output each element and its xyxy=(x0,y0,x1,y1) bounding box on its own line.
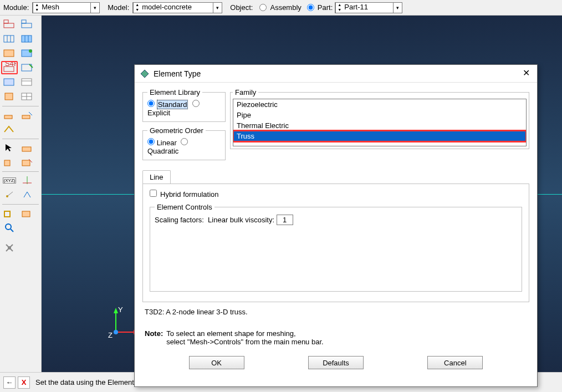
svg-line-33 xyxy=(7,192,13,196)
element-type-icon[interactable]: S4R xyxy=(1,61,18,74)
orphan-mesh-icon[interactable] xyxy=(1,90,18,103)
svg-rect-26 xyxy=(22,147,31,151)
svg-rect-27 xyxy=(4,160,10,166)
svg-rect-19 xyxy=(5,93,13,100)
seed-edges-icon[interactable] xyxy=(19,18,35,31)
part-combo[interactable]: ▲▼ Part-11 ▾ xyxy=(335,2,402,13)
datum-point-icon[interactable] xyxy=(1,188,18,201)
datum-axis-icon[interactable] xyxy=(19,174,35,187)
svg-text:Z: Z xyxy=(108,331,113,339)
close-button[interactable]: ✕ xyxy=(520,68,532,79)
svg-rect-7 xyxy=(22,35,32,42)
hybrid-checkbox[interactable]: Hybrid formulation xyxy=(150,190,219,198)
family-item-truss[interactable]: Truss xyxy=(233,131,526,141)
element-library-group: Element Library Standard Explicit xyxy=(142,88,226,122)
dialog-icon xyxy=(140,69,149,78)
family-item-thermal-electric[interactable]: Thermal Electric xyxy=(233,120,526,131)
svg-rect-28 xyxy=(22,160,30,166)
cancel-procedure-button[interactable]: X xyxy=(18,376,30,389)
cancel-button[interactable]: Cancel xyxy=(427,356,483,369)
edit-node-icon[interactable] xyxy=(19,108,35,121)
assembly-radio[interactable] xyxy=(259,4,267,11)
svg-rect-0 xyxy=(4,23,14,28)
mesh-part-icon[interactable] xyxy=(1,32,18,45)
defaults-button[interactable]: Defaults xyxy=(308,356,364,369)
family-group: Family Piezoelectric Pipe Thermal Electr… xyxy=(230,88,529,149)
select-icon[interactable] xyxy=(1,141,18,154)
assembly-label: Assembly xyxy=(270,3,301,12)
svg-line-25 xyxy=(29,112,32,115)
verify-mesh-icon[interactable] xyxy=(1,75,18,89)
part-label: Part: xyxy=(318,3,333,12)
family-list[interactable]: Piezoelectric Pipe Thermal Electric Trus… xyxy=(233,99,527,146)
module-combo[interactable]: ▲▼ Mesh ▾ xyxy=(32,2,100,13)
partition-icon[interactable] xyxy=(19,141,35,154)
svg-point-45 xyxy=(114,330,118,334)
note-line2: select "Mesh->Controls" from the main me… xyxy=(166,338,323,346)
svg-rect-16 xyxy=(4,79,14,85)
mesh-controls-icon[interactable] xyxy=(19,61,35,74)
note-line1: To select an element shape for meshing, xyxy=(166,329,323,338)
split-icon[interactable] xyxy=(19,155,35,169)
model-label: Model: xyxy=(108,3,129,12)
svg-line-37 xyxy=(11,229,13,232)
svg-rect-17 xyxy=(22,79,32,85)
note-label: Note: xyxy=(145,329,163,346)
linear-option[interactable]: Linear xyxy=(147,139,177,147)
element-library-legend: Element Library xyxy=(147,88,202,96)
svg-rect-3 xyxy=(22,20,26,23)
svg-marker-40 xyxy=(114,308,118,313)
family-item-piezoelectric[interactable]: Piezoelectric xyxy=(233,99,526,110)
svg-rect-24 xyxy=(22,115,30,119)
svg-point-38 xyxy=(8,246,11,250)
svg-rect-1 xyxy=(4,20,8,23)
virtual-topo-icon[interactable] xyxy=(1,206,18,220)
object-label: Object: xyxy=(230,3,253,12)
svg-rect-10 xyxy=(4,50,14,57)
element-type-dialog: Element Type ✕ Element Library Standard … xyxy=(134,64,538,387)
tab-line[interactable]: Line xyxy=(142,170,171,184)
context-bar: Module: ▲▼ Mesh ▾ Model: ▲▼ model-concre… xyxy=(0,0,562,16)
svg-point-12 xyxy=(29,49,32,53)
element-controls-legend: Element Controls xyxy=(155,203,214,211)
settings-icon[interactable] xyxy=(1,241,18,254)
element-description: T3D2: A 2-node linear 3-D truss. xyxy=(145,308,527,316)
table-icon[interactable] xyxy=(19,90,35,103)
svg-marker-47 xyxy=(141,70,149,78)
dialog-titlebar[interactable]: Element Type ✕ xyxy=(135,65,537,83)
remesh-icon[interactable] xyxy=(19,47,35,60)
geom-edit-icon[interactable] xyxy=(19,206,35,220)
tab-content: Hybrid formulation Element Controls Scal… xyxy=(142,184,529,302)
create-element-icon[interactable] xyxy=(1,123,18,136)
svg-rect-4 xyxy=(4,35,14,42)
mesh-stats-icon[interactable] xyxy=(19,75,35,89)
element-controls-group: Element Controls Scaling factors: Linear… xyxy=(150,203,522,292)
geometric-order-group: Geometric Order Linear Quadratic xyxy=(142,126,226,160)
svg-rect-2 xyxy=(22,23,32,28)
svg-rect-35 xyxy=(22,211,30,217)
note-block: Note: To select an element shape for mes… xyxy=(145,329,527,346)
svg-point-36 xyxy=(6,224,11,230)
model-combo[interactable]: ▲▼ model-concrete ▾ xyxy=(132,2,222,13)
part-radio[interactable] xyxy=(307,4,314,11)
svg-rect-23 xyxy=(4,115,12,119)
svg-text:Y: Y xyxy=(118,306,123,314)
scaling-label: Scaling factors: xyxy=(155,216,204,224)
dialog-title: Element Type xyxy=(154,69,520,78)
viscosity-label: Linear bulk viscosity: xyxy=(208,216,274,224)
query-icon[interactable] xyxy=(1,221,18,234)
viscosity-input[interactable] xyxy=(277,215,293,225)
ok-button[interactable]: OK xyxy=(189,356,244,369)
delete-mesh-icon[interactable] xyxy=(1,47,18,60)
svg-text:S4R: S4R xyxy=(5,62,16,68)
family-item-pipe[interactable]: Pipe xyxy=(233,110,526,120)
mesh-region-icon[interactable] xyxy=(19,32,35,45)
standard-option[interactable]: Standard xyxy=(147,100,188,109)
create-node-icon[interactable] xyxy=(1,108,18,121)
swap-icon[interactable] xyxy=(1,155,18,169)
seed-part-icon[interactable] xyxy=(1,18,18,31)
back-button[interactable]: ← xyxy=(3,376,16,389)
svg-rect-34 xyxy=(4,211,10,217)
csys-icon[interactable]: (XYZ) xyxy=(1,174,18,187)
datum-plane-icon[interactable] xyxy=(19,188,35,201)
